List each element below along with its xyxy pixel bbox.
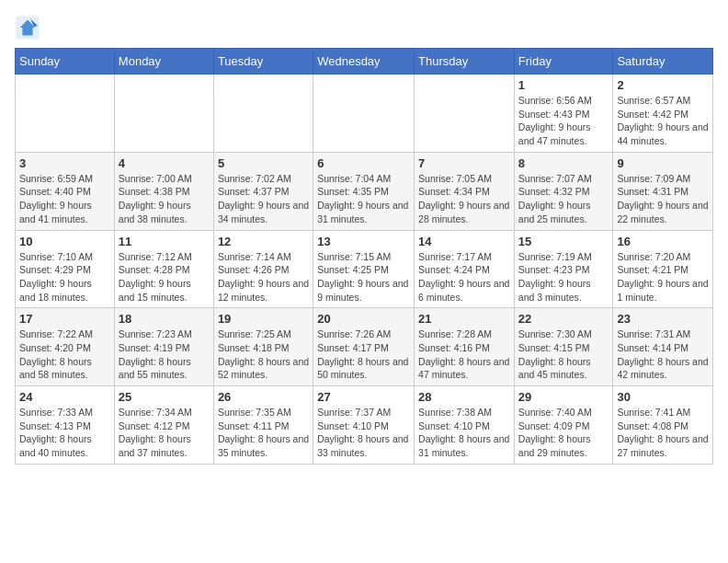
column-header-sunday: Sunday (16, 49, 115, 75)
day-number: 21 (418, 312, 510, 326)
calendar-cell (114, 75, 213, 153)
column-header-thursday: Thursday (415, 49, 515, 75)
day-number: 28 (418, 390, 510, 404)
day-info: Sunrise: 7:30 AM Sunset: 4:15 PM Dayligh… (518, 327, 609, 382)
day-number: 30 (617, 390, 709, 404)
day-number: 18 (119, 312, 210, 326)
day-number: 7 (418, 156, 510, 170)
calendar-cell (16, 75, 115, 153)
day-info: Sunrise: 7:22 AM Sunset: 4:20 PM Dayligh… (19, 327, 110, 382)
calendar-cell: 29Sunrise: 7:40 AM Sunset: 4:09 PM Dayli… (514, 386, 613, 465)
day-number: 15 (518, 235, 609, 248)
calendar-cell: 20Sunrise: 7:26 AM Sunset: 4:17 PM Dayli… (313, 308, 415, 386)
day-info: Sunrise: 7:28 AM Sunset: 4:16 PM Dayligh… (418, 327, 510, 382)
calendar-cell: 27Sunrise: 7:37 AM Sunset: 4:10 PM Dayli… (313, 386, 415, 465)
calendar-cell: 13Sunrise: 7:15 AM Sunset: 4:25 PM Dayli… (313, 230, 415, 308)
calendar-cell: 17Sunrise: 7:22 AM Sunset: 4:20 PM Dayli… (16, 308, 115, 386)
day-info: Sunrise: 7:09 AM Sunset: 4:31 PM Dayligh… (617, 172, 709, 226)
column-header-saturday: Saturday (613, 49, 713, 75)
day-info: Sunrise: 6:59 AM Sunset: 4:40 PM Dayligh… (19, 172, 110, 226)
calendar-week-3: 10Sunrise: 7:10 AM Sunset: 4:29 PM Dayli… (16, 230, 713, 308)
page-header (15, 15, 713, 40)
calendar-cell: 30Sunrise: 7:41 AM Sunset: 4:08 PM Dayli… (613, 386, 713, 465)
calendar-cell: 11Sunrise: 7:12 AM Sunset: 4:28 PM Dayli… (114, 230, 213, 308)
calendar-cell: 18Sunrise: 7:23 AM Sunset: 4:19 PM Dayli… (114, 308, 213, 386)
day-info: Sunrise: 7:31 AM Sunset: 4:14 PM Dayligh… (617, 327, 709, 382)
day-number: 26 (218, 390, 309, 404)
day-info: Sunrise: 7:17 AM Sunset: 4:24 PM Dayligh… (418, 250, 510, 304)
day-info: Sunrise: 7:38 AM Sunset: 4:10 PM Dayligh… (418, 406, 510, 460)
day-info: Sunrise: 7:20 AM Sunset: 4:21 PM Dayligh… (617, 250, 709, 304)
calendar-cell: 5Sunrise: 7:02 AM Sunset: 4:37 PM Daylig… (213, 152, 313, 230)
day-number: 4 (119, 156, 210, 170)
day-info: Sunrise: 7:05 AM Sunset: 4:34 PM Dayligh… (418, 172, 510, 226)
calendar-cell: 24Sunrise: 7:33 AM Sunset: 4:13 PM Dayli… (16, 386, 115, 465)
calendar-cell: 6Sunrise: 7:04 AM Sunset: 4:35 PM Daylig… (313, 152, 415, 230)
calendar-cell (213, 75, 313, 153)
day-number: 6 (317, 156, 410, 170)
day-number: 16 (617, 235, 709, 248)
calendar-header-row: SundayMondayTuesdayWednesdayThursdayFrid… (16, 49, 713, 75)
calendar-cell: 7Sunrise: 7:05 AM Sunset: 4:34 PM Daylig… (415, 152, 515, 230)
calendar-cell: 25Sunrise: 7:34 AM Sunset: 4:12 PM Dayli… (114, 386, 213, 465)
calendar-cell: 21Sunrise: 7:28 AM Sunset: 4:16 PM Dayli… (415, 308, 515, 386)
calendar-week-5: 24Sunrise: 7:33 AM Sunset: 4:13 PM Dayli… (16, 386, 713, 465)
day-number: 1 (518, 78, 609, 92)
calendar-cell: 2Sunrise: 6:57 AM Sunset: 4:42 PM Daylig… (613, 75, 713, 153)
day-number: 27 (317, 390, 410, 404)
day-info: Sunrise: 6:56 AM Sunset: 4:43 PM Dayligh… (518, 94, 609, 148)
day-number: 10 (19, 235, 110, 248)
calendar-cell: 3Sunrise: 6:59 AM Sunset: 4:40 PM Daylig… (16, 152, 115, 230)
day-info: Sunrise: 7:19 AM Sunset: 4:23 PM Dayligh… (518, 250, 609, 304)
column-header-monday: Monday (114, 49, 213, 75)
day-info: Sunrise: 7:12 AM Sunset: 4:28 PM Dayligh… (119, 250, 210, 304)
calendar-cell: 9Sunrise: 7:09 AM Sunset: 4:31 PM Daylig… (613, 152, 713, 230)
day-info: Sunrise: 7:00 AM Sunset: 4:38 PM Dayligh… (119, 172, 210, 226)
calendar-cell: 10Sunrise: 7:10 AM Sunset: 4:29 PM Dayli… (16, 230, 115, 308)
logo-icon (15, 15, 40, 40)
day-info: Sunrise: 7:25 AM Sunset: 4:18 PM Dayligh… (218, 327, 309, 382)
column-header-wednesday: Wednesday (313, 49, 415, 75)
calendar-week-2: 3Sunrise: 6:59 AM Sunset: 4:40 PM Daylig… (16, 152, 713, 230)
column-header-friday: Friday (514, 49, 613, 75)
logo (15, 15, 44, 40)
calendar-body: 1Sunrise: 6:56 AM Sunset: 4:43 PM Daylig… (16, 75, 713, 465)
day-info: Sunrise: 7:33 AM Sunset: 4:13 PM Dayligh… (19, 406, 110, 460)
day-info: Sunrise: 7:34 AM Sunset: 4:12 PM Dayligh… (119, 406, 210, 460)
day-number: 11 (119, 235, 210, 248)
day-info: Sunrise: 7:23 AM Sunset: 4:19 PM Dayligh… (119, 327, 210, 382)
day-info: Sunrise: 6:57 AM Sunset: 4:42 PM Dayligh… (617, 94, 709, 148)
calendar-cell: 14Sunrise: 7:17 AM Sunset: 4:24 PM Dayli… (415, 230, 515, 308)
calendar-cell: 8Sunrise: 7:07 AM Sunset: 4:32 PM Daylig… (514, 152, 613, 230)
day-number: 24 (19, 390, 110, 404)
day-info: Sunrise: 7:40 AM Sunset: 4:09 PM Dayligh… (518, 406, 609, 460)
day-number: 3 (19, 156, 110, 170)
calendar-cell: 19Sunrise: 7:25 AM Sunset: 4:18 PM Dayli… (213, 308, 313, 386)
day-info: Sunrise: 7:07 AM Sunset: 4:32 PM Dayligh… (518, 172, 609, 226)
day-number: 19 (218, 312, 309, 326)
calendar-cell: 22Sunrise: 7:30 AM Sunset: 4:15 PM Dayli… (514, 308, 613, 386)
day-number: 23 (617, 312, 709, 326)
day-number: 2 (617, 78, 709, 92)
day-number: 25 (119, 390, 210, 404)
column-header-tuesday: Tuesday (213, 49, 313, 75)
calendar-table: SundayMondayTuesdayWednesdayThursdayFrid… (15, 48, 713, 465)
calendar-cell: 26Sunrise: 7:35 AM Sunset: 4:11 PM Dayli… (213, 386, 313, 465)
day-number: 12 (218, 235, 309, 248)
day-info: Sunrise: 7:10 AM Sunset: 4:29 PM Dayligh… (19, 250, 110, 304)
day-info: Sunrise: 7:35 AM Sunset: 4:11 PM Dayligh… (218, 406, 309, 460)
calendar-cell: 12Sunrise: 7:14 AM Sunset: 4:26 PM Dayli… (213, 230, 313, 308)
day-info: Sunrise: 7:02 AM Sunset: 4:37 PM Dayligh… (218, 172, 309, 226)
day-number: 29 (518, 390, 609, 404)
day-info: Sunrise: 7:26 AM Sunset: 4:17 PM Dayligh… (317, 327, 410, 382)
calendar-week-1: 1Sunrise: 6:56 AM Sunset: 4:43 PM Daylig… (16, 75, 713, 153)
day-info: Sunrise: 7:41 AM Sunset: 4:08 PM Dayligh… (617, 406, 709, 460)
calendar-cell (313, 75, 415, 153)
calendar-cell: 1Sunrise: 6:56 AM Sunset: 4:43 PM Daylig… (514, 75, 613, 153)
calendar-cell: 28Sunrise: 7:38 AM Sunset: 4:10 PM Dayli… (415, 386, 515, 465)
day-info: Sunrise: 7:15 AM Sunset: 4:25 PM Dayligh… (317, 250, 410, 304)
day-info: Sunrise: 7:04 AM Sunset: 4:35 PM Dayligh… (317, 172, 410, 226)
day-info: Sunrise: 7:37 AM Sunset: 4:10 PM Dayligh… (317, 406, 410, 460)
calendar-cell: 16Sunrise: 7:20 AM Sunset: 4:21 PM Dayli… (613, 230, 713, 308)
day-number: 14 (418, 235, 510, 248)
